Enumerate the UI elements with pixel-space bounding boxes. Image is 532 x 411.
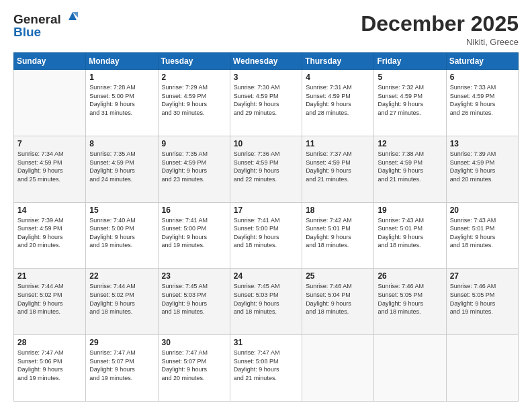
- day-number: 15: [89, 205, 154, 215]
- day-header-thursday: Thursday: [302, 53, 374, 70]
- title-block: December 2025 Nikiti, Greece: [361, 12, 519, 47]
- calendar-cell: 5Sunrise: 7:32 AM Sunset: 4:59 PM Daylig…: [374, 70, 446, 136]
- day-info: Sunrise: 7:36 AM Sunset: 4:59 PM Dayligh…: [234, 150, 298, 183]
- day-info: Sunrise: 7:39 AM Sunset: 4:59 PM Dayligh…: [450, 150, 515, 183]
- day-info: Sunrise: 7:47 AM Sunset: 5:07 PM Dayligh…: [89, 349, 154, 382]
- calendar-cell: 24Sunrise: 7:45 AM Sunset: 5:03 PM Dayli…: [230, 269, 302, 335]
- day-info: Sunrise: 7:40 AM Sunset: 5:00 PM Dayligh…: [89, 216, 154, 250]
- day-number: 29: [89, 338, 154, 347]
- day-info: Sunrise: 7:43 AM Sunset: 5:01 PM Dayligh…: [378, 216, 442, 250]
- calendar-cell: 21Sunrise: 7:44 AM Sunset: 5:02 PM Dayli…: [14, 269, 86, 335]
- day-number: 11: [306, 139, 370, 148]
- day-info: Sunrise: 7:47 AM Sunset: 5:06 PM Dayligh…: [17, 349, 82, 382]
- calendar-cell: [302, 335, 374, 402]
- day-number: 28: [17, 338, 82, 347]
- logo: General Blue: [13, 12, 79, 40]
- day-info: Sunrise: 7:30 AM Sunset: 4:59 PM Dayligh…: [234, 83, 298, 117]
- day-number: 18: [306, 205, 370, 215]
- calendar-cell: 23Sunrise: 7:45 AM Sunset: 5:03 PM Dayli…: [158, 269, 230, 335]
- calendar-cell: 15Sunrise: 7:40 AM Sunset: 5:00 PM Dayli…: [86, 202, 158, 269]
- calendar-cell: 31Sunrise: 7:47 AM Sunset: 5:08 PM Dayli…: [230, 335, 302, 402]
- day-info: Sunrise: 7:46 AM Sunset: 5:05 PM Dayligh…: [378, 282, 442, 316]
- day-number: 24: [234, 271, 298, 281]
- day-info: Sunrise: 7:43 AM Sunset: 5:01 PM Dayligh…: [450, 216, 515, 250]
- day-number: 5: [378, 73, 442, 82]
- month-title: December 2025: [361, 12, 519, 36]
- calendar-week-3: 14Sunrise: 7:39 AM Sunset: 4:59 PM Dayli…: [14, 202, 519, 269]
- day-info: Sunrise: 7:46 AM Sunset: 5:05 PM Dayligh…: [450, 282, 515, 316]
- day-info: Sunrise: 7:47 AM Sunset: 5:08 PM Dayligh…: [234, 349, 298, 382]
- day-header-saturday: Saturday: [446, 53, 518, 70]
- calendar-cell: 7Sunrise: 7:34 AM Sunset: 4:59 PM Daylig…: [14, 136, 86, 202]
- day-number: 6: [450, 73, 515, 82]
- day-number: 31: [234, 338, 298, 347]
- page: General Blue December 2025 Nikiti, Greec…: [0, 0, 532, 411]
- day-info: Sunrise: 7:41 AM Sunset: 5:00 PM Dayligh…: [234, 216, 298, 250]
- calendar-week-1: 1Sunrise: 7:28 AM Sunset: 5:00 PM Daylig…: [14, 70, 519, 136]
- calendar-cell: 19Sunrise: 7:43 AM Sunset: 5:01 PM Dayli…: [374, 202, 446, 269]
- day-number: 23: [162, 271, 226, 281]
- day-number: 2: [162, 73, 226, 82]
- header: General Blue December 2025 Nikiti, Greec…: [13, 12, 519, 47]
- calendar: SundayMondayTuesdayWednesdayThursdayFrid…: [13, 52, 519, 402]
- day-info: Sunrise: 7:29 AM Sunset: 4:59 PM Dayligh…: [162, 83, 226, 117]
- day-number: 26: [378, 271, 442, 281]
- day-number: 22: [89, 271, 154, 281]
- calendar-cell: 17Sunrise: 7:41 AM Sunset: 5:00 PM Dayli…: [230, 202, 302, 269]
- day-info: Sunrise: 7:37 AM Sunset: 4:59 PM Dayligh…: [306, 150, 370, 183]
- day-number: 8: [89, 139, 154, 148]
- day-header-monday: Monday: [86, 53, 158, 70]
- location: Nikiti, Greece: [361, 37, 519, 47]
- calendar-cell: 14Sunrise: 7:39 AM Sunset: 4:59 PM Dayli…: [14, 202, 86, 269]
- calendar-cell: 8Sunrise: 7:35 AM Sunset: 4:59 PM Daylig…: [86, 136, 158, 202]
- day-number: 21: [17, 271, 82, 281]
- day-info: Sunrise: 7:41 AM Sunset: 5:00 PM Dayligh…: [162, 216, 226, 250]
- day-number: 30: [162, 338, 226, 347]
- calendar-cell: 16Sunrise: 7:41 AM Sunset: 5:00 PM Dayli…: [158, 202, 230, 269]
- day-number: 13: [450, 139, 515, 148]
- day-number: 27: [450, 271, 515, 281]
- day-header-friday: Friday: [374, 53, 446, 70]
- calendar-cell: 11Sunrise: 7:37 AM Sunset: 4:59 PM Dayli…: [302, 136, 374, 202]
- day-header-wednesday: Wednesday: [230, 53, 302, 70]
- day-header-sunday: Sunday: [14, 53, 86, 70]
- day-info: Sunrise: 7:44 AM Sunset: 5:02 PM Dayligh…: [89, 282, 154, 316]
- calendar-cell: [14, 70, 86, 136]
- day-number: 14: [17, 205, 82, 215]
- day-info: Sunrise: 7:33 AM Sunset: 4:59 PM Dayligh…: [450, 83, 515, 117]
- calendar-week-4: 21Sunrise: 7:44 AM Sunset: 5:02 PM Dayli…: [14, 269, 519, 335]
- calendar-cell: 3Sunrise: 7:30 AM Sunset: 4:59 PM Daylig…: [230, 70, 302, 136]
- calendar-cell: 1Sunrise: 7:28 AM Sunset: 5:00 PM Daylig…: [86, 70, 158, 136]
- day-info: Sunrise: 7:35 AM Sunset: 4:59 PM Dayligh…: [89, 150, 154, 183]
- calendar-cell: 9Sunrise: 7:35 AM Sunset: 4:59 PM Daylig…: [158, 136, 230, 202]
- day-info: Sunrise: 7:28 AM Sunset: 5:00 PM Dayligh…: [89, 83, 154, 117]
- calendar-cell: 4Sunrise: 7:31 AM Sunset: 4:59 PM Daylig…: [302, 70, 374, 136]
- calendar-cell: 30Sunrise: 7:47 AM Sunset: 5:07 PM Dayli…: [158, 335, 230, 402]
- day-info: Sunrise: 7:34 AM Sunset: 4:59 PM Dayligh…: [17, 150, 82, 183]
- calendar-cell: 2Sunrise: 7:29 AM Sunset: 4:59 PM Daylig…: [158, 70, 230, 136]
- day-info: Sunrise: 7:32 AM Sunset: 4:59 PM Dayligh…: [378, 83, 442, 117]
- day-number: 16: [162, 205, 226, 215]
- calendar-cell: 29Sunrise: 7:47 AM Sunset: 5:07 PM Dayli…: [86, 335, 158, 402]
- calendar-week-2: 7Sunrise: 7:34 AM Sunset: 4:59 PM Daylig…: [14, 136, 519, 202]
- calendar-cell: 20Sunrise: 7:43 AM Sunset: 5:01 PM Dayli…: [446, 202, 518, 269]
- calendar-cell: 12Sunrise: 7:38 AM Sunset: 4:59 PM Dayli…: [374, 136, 446, 202]
- day-number: 7: [17, 139, 82, 148]
- logo-blue: Blue: [13, 26, 79, 40]
- calendar-cell: [374, 335, 446, 402]
- calendar-cell: 6Sunrise: 7:33 AM Sunset: 4:59 PM Daylig…: [446, 70, 518, 136]
- day-number: 10: [234, 139, 298, 148]
- day-number: 20: [450, 205, 515, 215]
- calendar-cell: 28Sunrise: 7:47 AM Sunset: 5:06 PM Dayli…: [14, 335, 86, 402]
- calendar-cell: 27Sunrise: 7:46 AM Sunset: 5:05 PM Dayli…: [446, 269, 518, 335]
- calendar-week-5: 28Sunrise: 7:47 AM Sunset: 5:06 PM Dayli…: [14, 335, 519, 402]
- day-number: 9: [162, 139, 226, 148]
- day-number: 12: [378, 139, 442, 148]
- day-info: Sunrise: 7:47 AM Sunset: 5:07 PM Dayligh…: [162, 349, 226, 382]
- day-info: Sunrise: 7:42 AM Sunset: 5:01 PM Dayligh…: [306, 216, 370, 250]
- day-info: Sunrise: 7:46 AM Sunset: 5:04 PM Dayligh…: [306, 282, 370, 316]
- day-number: 3: [234, 73, 298, 82]
- day-info: Sunrise: 7:38 AM Sunset: 4:59 PM Dayligh…: [378, 150, 442, 183]
- day-info: Sunrise: 7:45 AM Sunset: 5:03 PM Dayligh…: [162, 282, 226, 316]
- day-info: Sunrise: 7:31 AM Sunset: 4:59 PM Dayligh…: [306, 83, 370, 117]
